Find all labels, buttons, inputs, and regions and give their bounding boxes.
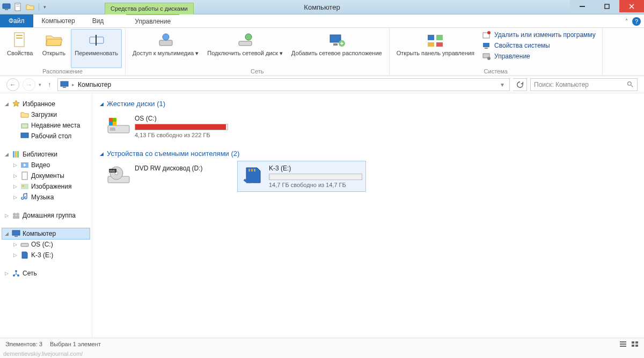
svg-point-13 bbox=[163, 34, 169, 40]
libraries-icon bbox=[12, 150, 20, 159]
refresh-button[interactable] bbox=[513, 78, 527, 91]
rename-icon bbox=[88, 32, 105, 49]
group-system-label: Система bbox=[393, 68, 599, 76]
drive-sd-k3[interactable]: K-3 (E:) 14,7 ГБ свободно из 14,7 ГБ bbox=[237, 161, 366, 192]
star-icon bbox=[12, 100, 20, 108]
ribbon-group-location: Свойства Открыть Переименовать Расположе… bbox=[0, 28, 126, 76]
tree-network[interactable]: ▷Сеть bbox=[2, 268, 90, 279]
svg-rect-70 bbox=[632, 345, 634, 347]
drive-free-text: 4,13 ГБ свободно из 222 ГБ bbox=[135, 132, 228, 138]
details-view-button[interactable] bbox=[618, 340, 628, 348]
svg-rect-19 bbox=[428, 35, 434, 40]
system-props-icon bbox=[482, 41, 491, 50]
svg-rect-1 bbox=[5, 9, 8, 10]
svg-rect-0 bbox=[3, 4, 10, 9]
tiles-view-button[interactable] bbox=[630, 340, 640, 348]
svg-rect-21 bbox=[428, 42, 434, 47]
control-panel-button[interactable]: Открыть панель управления bbox=[393, 29, 478, 68]
help-icon[interactable]: ? bbox=[632, 17, 641, 26]
svg-rect-9 bbox=[16, 38, 23, 39]
svg-rect-54 bbox=[113, 118, 116, 122]
drive-name: K-3 (E:) bbox=[269, 165, 362, 172]
properties-label: Свойства bbox=[7, 50, 33, 56]
up-button[interactable]: ↑ bbox=[45, 78, 54, 91]
tree-downloads[interactable]: Загрузки bbox=[2, 109, 90, 120]
qat-dropdown-icon[interactable]: ▾ bbox=[43, 4, 46, 10]
svg-point-31 bbox=[628, 82, 632, 86]
add-network-location-button[interactable]: Добавить сетевое расположение bbox=[288, 29, 386, 68]
tab-computer[interactable]: Компьютер bbox=[33, 14, 84, 27]
group-removable[interactable]: ◢Устройства со съемными носителями (2) bbox=[100, 150, 636, 158]
svg-rect-67 bbox=[620, 346, 626, 347]
capacity-bar bbox=[135, 124, 228, 130]
svg-rect-3 bbox=[16, 4, 19, 5]
group-hard-drives[interactable]: ◢Жесткие диски (1) bbox=[100, 100, 636, 108]
tab-manage[interactable]: Управление bbox=[126, 14, 179, 27]
open-button[interactable]: Открыть bbox=[38, 29, 70, 68]
collapse-ribbon-icon[interactable]: ˄ bbox=[625, 18, 628, 24]
tree-recent[interactable]: Недавние места bbox=[2, 120, 90, 131]
system-props-label: Свойства системы bbox=[494, 42, 550, 49]
svg-rect-45 bbox=[14, 236, 18, 237]
tree-pictures[interactable]: ▷Изображения bbox=[2, 181, 90, 192]
tree-homegroup[interactable]: ▷Домашняя группа bbox=[2, 210, 90, 221]
properties-icon[interactable] bbox=[14, 3, 23, 11]
computer-icon[interactable] bbox=[2, 3, 11, 11]
tree-k3-e[interactable]: ▷K-3 (E:) bbox=[2, 250, 90, 260]
back-button[interactable]: ← bbox=[6, 78, 19, 91]
homegroup-icon bbox=[12, 211, 20, 220]
svg-rect-51 bbox=[110, 128, 115, 131]
svg-rect-43 bbox=[13, 216, 19, 219]
video-icon bbox=[20, 161, 29, 169]
close-button[interactable] bbox=[619, 0, 644, 12]
tree-computer[interactable]: ◢Компьютер bbox=[2, 228, 90, 239]
new-folder-icon[interactable] bbox=[26, 3, 34, 11]
uninstall-program-button[interactable]: Удалить или изменить программу bbox=[481, 30, 597, 40]
svg-rect-30 bbox=[63, 87, 66, 88]
title-bar: ▾ Средства работы с дисками Компьютер bbox=[0, 0, 644, 14]
address-dropdown-icon[interactable]: ▾ bbox=[497, 81, 507, 88]
search-box[interactable]: Поиск: Компьютер bbox=[530, 78, 638, 91]
ribbon-group-system: Открыть панель управления Удалить или из… bbox=[390, 28, 603, 76]
tree-favorites[interactable]: ◢Избранное bbox=[2, 99, 90, 109]
drive-free-text: 14,7 ГБ свободно из 14,7 ГБ bbox=[269, 182, 362, 188]
recent-icon bbox=[20, 121, 29, 130]
history-dropdown-icon[interactable]: ▾ bbox=[39, 82, 41, 87]
forward-button[interactable]: → bbox=[23, 78, 35, 91]
tree-os-c[interactable]: ▷OS (C:) bbox=[2, 239, 90, 250]
tree-music[interactable]: ▷Музыка bbox=[2, 192, 90, 203]
svg-rect-56 bbox=[113, 122, 116, 125]
svg-point-15 bbox=[245, 34, 252, 40]
manage-button[interactable]: Управление bbox=[481, 51, 597, 61]
tree-libraries[interactable]: ◢Библиотеки bbox=[2, 149, 90, 160]
tree-desktop[interactable]: Рабочий стол bbox=[2, 131, 90, 141]
maximize-button[interactable] bbox=[595, 0, 619, 12]
manage-label: Управление bbox=[494, 53, 530, 60]
tab-view[interactable]: Вид bbox=[84, 14, 113, 27]
drive-dvd[interactable]: DVD DVD RW дисковод (D:) bbox=[103, 161, 232, 192]
svg-point-24 bbox=[487, 31, 491, 34]
network-icon bbox=[12, 269, 20, 278]
uninstall-icon bbox=[482, 31, 491, 39]
svg-rect-39 bbox=[21, 184, 28, 189]
rename-button[interactable]: Переименовать bbox=[71, 29, 122, 68]
group-location-label: Расположение bbox=[3, 68, 122, 76]
system-properties-button[interactable]: Свойства системы bbox=[481, 41, 597, 50]
media-access-button[interactable]: Доступ к мультимедиа ▾ bbox=[129, 29, 202, 68]
properties-button[interactable]: Свойства bbox=[3, 29, 36, 68]
svg-rect-55 bbox=[109, 122, 113, 125]
drive-os-c[interactable]: OS (C:) 4,13 ГБ свободно из 222 ГБ bbox=[103, 111, 232, 142]
ribbon-tab-row: Файл Компьютер Вид Управление ˄ ? bbox=[0, 14, 644, 28]
tree-videos[interactable]: ▷Видео bbox=[2, 160, 90, 170]
map-drive-button[interactable]: Подключить сетевой диск ▾ bbox=[203, 29, 287, 68]
tree-documents[interactable]: ▷Документы bbox=[2, 170, 90, 181]
svg-rect-62 bbox=[248, 169, 250, 171]
minimize-button[interactable] bbox=[570, 0, 595, 12]
dvd-drive-icon: DVD bbox=[107, 165, 130, 186]
svg-point-40 bbox=[22, 185, 24, 187]
svg-point-41 bbox=[13, 213, 16, 216]
tab-file[interactable]: Файл bbox=[0, 14, 33, 27]
address-bar[interactable]: ▸ Компьютер ▾ bbox=[57, 78, 510, 91]
svg-rect-7 bbox=[14, 33, 24, 47]
breadcrumb-segment[interactable]: Компьютер bbox=[78, 81, 111, 88]
